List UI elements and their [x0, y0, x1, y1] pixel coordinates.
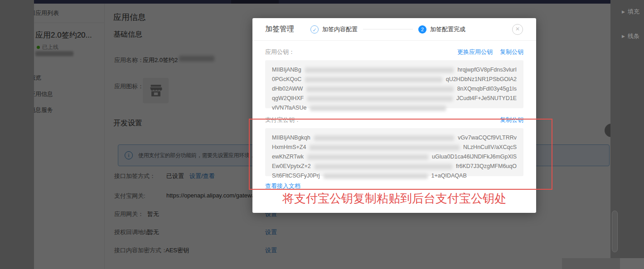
step-done-check-icon: ✓ [310, 25, 319, 34]
redacted-text [306, 86, 453, 92]
key-line: dHb02AWW8nXQmqbFdl03y45g1Is [272, 84, 517, 94]
panel-item-line[interactable]: ▶ 线条 [622, 32, 639, 40]
red-annotation-text: 将支付宝公钥复制粘贴到后台支付宝公钥处 [265, 191, 523, 207]
key-text: hrqjwpfGV8pFdns3vlurI [457, 65, 517, 75]
key-line: 0PGcKQoCqU2HDbNz1NR1PSbGOlA2 [272, 75, 517, 84]
replace-app-key-link[interactable]: 更换应用公钥 [457, 48, 493, 56]
redacted-text [307, 96, 453, 101]
key-text: dHb02AWW [272, 84, 303, 94]
key-text: MIIBIjANBg [272, 65, 301, 75]
step-connector [363, 29, 413, 29]
step2-label: 加签配置完成 [430, 25, 465, 34]
app-public-key-header: 应用公钥： 更换应用公钥 复制公钥 [265, 48, 523, 56]
line-label: 线条 [628, 32, 639, 40]
screenshot-stage: 返回应用列表 应用2.0签约20... 已上线 概览 应用信息 消息服务 应用信… [0, 0, 644, 269]
app-public-key-box: MIIBIjANBghrqjwpfGV8pFdns3vlurI 0PGcKQoC… [265, 60, 523, 108]
key-line: qgW2QlHXFJCudt4F+Je5NUTYD1E [272, 94, 517, 103]
key-line: MIIBIjANBghrqjwpfGV8pFdns3vlurI [272, 65, 517, 75]
key-text: qgW2QlHXF [272, 94, 304, 103]
copy-app-key-link[interactable]: 复制公钥 [500, 48, 523, 56]
fill-label: 填充 [628, 8, 639, 16]
redacted-text [310, 106, 446, 111]
red-annotation-rectangle [249, 119, 552, 190]
key-text: 8nXQmqbFdl03y45g1Is [457, 84, 517, 94]
dialog-header: 加签管理 ✓ 加签内容配置 2 加签配置完成 ✕ [252, 18, 536, 41]
key-text: vlVN7faASUe [272, 103, 306, 113]
bottom-tooltip-strip [562, 258, 620, 269]
key-text: qU2HDbNz1NR1PSbGOlA2 [446, 75, 517, 84]
bottom-tooltip-strip-right [620, 258, 644, 269]
scrollbar-track[interactable] [610, 0, 620, 269]
step2-number-icon: 2 [418, 25, 426, 34]
app-public-key-label: 应用公钥： [265, 48, 295, 56]
key-line: vlVN7faASUe [272, 103, 517, 113]
redacted-text [305, 77, 442, 82]
steps-indicator: ✓ 加签内容配置 2 加签配置完成 [310, 25, 465, 34]
dialog-title: 加签管理 [265, 24, 294, 34]
triangle-right-icon: ▶ [622, 34, 625, 38]
step1-label: 加签内容配置 [322, 25, 358, 34]
key-text: JCudt4F+Je5NUTYD1E [456, 94, 517, 103]
panel-item-fill[interactable]: ▶ 填充 [622, 8, 639, 16]
close-icon[interactable]: ✕ [512, 24, 523, 35]
key-text: 0PGcKQoC [272, 75, 301, 84]
triangle-right-icon: ▶ [622, 10, 625, 14]
redacted-text [305, 67, 454, 73]
scrollbar-thumb[interactable] [612, 211, 618, 252]
